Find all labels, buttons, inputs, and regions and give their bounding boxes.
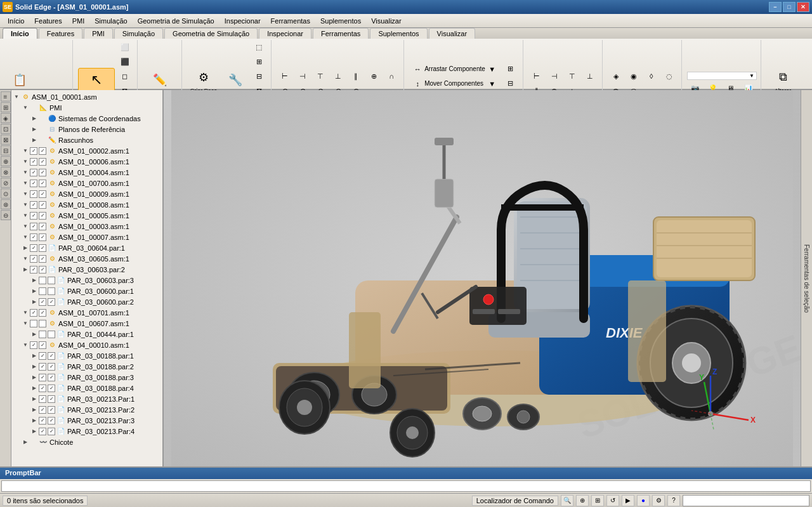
tree-expand[interactable]: ▶: [30, 298, 38, 306]
tree-checkbox[interactable]: [30, 190, 37, 198]
btn-rel1[interactable]: ⊢: [528, 69, 545, 83]
btn-pad4[interactable]: ◌: [661, 69, 678, 83]
tree-expand[interactable]: ▶: [30, 363, 38, 371]
btn-sel-opt2[interactable]: ⬛: [117, 55, 133, 69]
app-close-btn[interactable]: ✕: [797, 2, 809, 12]
tree-expand[interactable]: ▼: [22, 104, 29, 112]
tree-expand[interactable]: ▼: [22, 147, 29, 155]
tree-expand[interactable]: ▼: [22, 223, 29, 230]
btn-pad1[interactable]: ◈: [608, 69, 624, 83]
menu-ferramentas[interactable]: Ferramentas: [266, 16, 315, 26]
btn-res2[interactable]: ⊣: [294, 69, 311, 83]
tab-features[interactable]: Features: [39, 28, 82, 39]
tab-geometria[interactable]: Geometria de Simulação: [164, 28, 258, 39]
tree-checkbox[interactable]: [39, 428, 46, 435]
btn-sel-opt3[interactable]: ◻: [117, 69, 133, 83]
tree-checkbox-2[interactable]: [39, 180, 46, 187]
tree-checkbox-2[interactable]: [48, 428, 55, 435]
btn-res5[interactable]: ∥: [348, 69, 364, 83]
app-maximize-btn[interactable]: □: [783, 2, 796, 12]
tree-expand[interactable]: ▼: [22, 255, 29, 263]
tree-item[interactable]: ▶📄PAR_03_00603.par:3: [13, 275, 161, 286]
tree-item[interactable]: ▶📄PAR_03_00188.par:1: [13, 350, 161, 361]
tree-checkbox-2[interactable]: [48, 363, 55, 371]
tree-checkbox[interactable]: [30, 244, 37, 252]
tree-expand[interactable]: ▶: [30, 395, 38, 403]
tree-expand[interactable]: ▶: [30, 406, 38, 414]
tree-checkbox[interactable]: [30, 158, 37, 166]
tree-expand[interactable]: ▼: [22, 212, 29, 220]
tree-root[interactable]: ▼ ⚙ ASM_01_00001.asm: [13, 91, 161, 102]
tree-checkbox[interactable]: [30, 223, 37, 230]
btn-res6[interactable]: ⊕: [365, 69, 382, 83]
tree-expand[interactable]: ▼: [22, 180, 29, 187]
tree-item[interactable]: ▶📄PAR_03_00213.Par:3: [13, 415, 161, 426]
btn-rel3[interactable]: ⊤: [564, 69, 580, 83]
tree-checkbox[interactable]: [39, 277, 46, 284]
sidebar-icon-1[interactable]: ≡: [1, 91, 11, 102]
tab-ferramentas[interactable]: Ferramentas: [313, 28, 369, 39]
tab-inspecionar[interactable]: Inspecionar: [259, 28, 311, 39]
sidebar-icon-6[interactable]: ⊟: [1, 145, 11, 155]
tree-checkbox[interactable]: [39, 385, 46, 392]
sidebar-icon-7[interactable]: ⊕: [1, 156, 11, 166]
btn-mnt-s3[interactable]: ⊟: [251, 69, 267, 83]
prompt-input[interactable]: [1, 480, 811, 492]
btn-rel2[interactable]: ⊣: [546, 69, 563, 83]
tree-item[interactable]: ▼⚙ASM_01_00607.asm:1: [13, 318, 161, 329]
btn-pad3[interactable]: ◊: [643, 69, 660, 83]
tab-suplementos[interactable]: Suplementos: [370, 28, 427, 39]
btn-res3[interactable]: ⊤: [312, 69, 329, 83]
btn-rel4[interactable]: ⊥: [582, 69, 598, 83]
menu-pmi[interactable]: PMI: [67, 16, 90, 26]
tree-checkbox-2[interactable]: [39, 266, 46, 273]
tree-checkbox[interactable]: [39, 363, 46, 371]
tree-checkbox[interactable]: [39, 395, 46, 403]
btn-res7[interactable]: ∩: [383, 69, 400, 83]
status-icon-4[interactable]: ↺: [606, 495, 619, 506]
viewport[interactable]: SOLID EDGE DIXIE CHOPPER: [164, 90, 801, 466]
menu-inicio[interactable]: Início: [3, 16, 29, 26]
tree-expand[interactable]: ▶: [30, 126, 38, 133]
tree-checkbox-2[interactable]: [48, 395, 55, 403]
tree-item[interactable]: ▶📄PAR_03_00213.Par:2: [13, 404, 161, 415]
tree-checkbox-2[interactable]: [48, 287, 55, 295]
tree-expand[interactable]: ▼: [22, 169, 29, 176]
tab-visualizar[interactable]: Visualizar: [429, 28, 476, 39]
tree-item[interactable]: ▶📄PAR_03_00188.par:4: [13, 383, 161, 393]
tree-checkbox[interactable]: [39, 331, 46, 338]
tree-expand[interactable]: ▼: [22, 309, 29, 317]
tree-checkbox-2[interactable]: [48, 406, 55, 414]
tree-checkbox[interactable]: [30, 320, 37, 327]
tree-checkbox[interactable]: [30, 341, 37, 349]
tree-checkbox[interactable]: [39, 298, 46, 306]
tree-expand[interactable]: ▶: [30, 417, 38, 425]
sidebar-icon-8[interactable]: ⊗: [1, 167, 11, 177]
sidebar-icon-10[interactable]: ⊙: [1, 188, 11, 199]
tree-checkbox-2[interactable]: [39, 190, 46, 198]
tree-item[interactable]: ▼📐PMI: [13, 102, 161, 113]
tree-expand[interactable]: ▼: [22, 201, 29, 209]
menu-geometria[interactable]: Geometria de Simulação: [133, 16, 219, 26]
tree-expand[interactable]: ▶: [30, 374, 38, 381]
tree-item[interactable]: ▶✏️Rascunhos: [13, 135, 161, 145]
tree-checkbox-2[interactable]: [48, 277, 55, 284]
tree-checkbox[interactable]: [39, 417, 46, 425]
tree-item[interactable]: ▼⚙ASM_01_00700.asm:1: [13, 178, 161, 188]
menu-suplementos[interactable]: Suplementos: [315, 16, 366, 26]
tree-checkbox-2[interactable]: [39, 223, 46, 230]
tab-simulacao[interactable]: Simulação: [114, 28, 163, 39]
tree-checkbox[interactable]: [30, 147, 37, 155]
tree-checkbox-2[interactable]: [39, 212, 46, 220]
btn-sel-opt1[interactable]: ⬜: [117, 40, 133, 54]
status-icon-2[interactable]: ⊕: [576, 495, 589, 506]
status-search-input[interactable]: [683, 495, 809, 506]
tree-checkbox[interactable]: [39, 406, 46, 414]
tree-item[interactable]: ▶📄PAR_01_00444.par:1: [13, 329, 161, 339]
tree-expand-root[interactable]: ▼: [13, 93, 20, 101]
tree-item[interactable]: ▼⚙ASM_01_00008.asm:1: [13, 199, 161, 210]
btn-pad2[interactable]: ◉: [625, 69, 642, 83]
app-minimize-btn[interactable]: −: [769, 2, 782, 12]
status-icon-1[interactable]: 🔍: [561, 495, 573, 506]
tree-expand[interactable]: ▼: [22, 158, 29, 166]
